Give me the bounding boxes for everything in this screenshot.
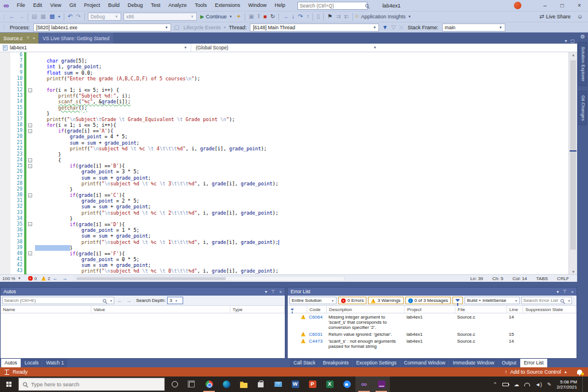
panel-tab-locals[interactable]: Locals [21, 359, 42, 367]
fold-margin[interactable] [26, 99, 34, 104]
quick-search[interactable] [297, 2, 368, 10]
float-window-icon[interactable]: ▢ [570, 38, 575, 44]
collapse-icon[interactable]: − [28, 251, 32, 255]
save-all-icon[interactable]: ▪ [56, 11, 62, 22]
tabs-indicator[interactable]: TABS [536, 276, 548, 281]
error-search-box[interactable]: ▼ [521, 297, 572, 304]
code-line[interactable]: 40− if(grade[i] =='F'){ [0, 251, 568, 257]
code-line[interactable]: 33 printf("\nsubject %d \t %c \t 2\t\t\t… [0, 210, 568, 216]
breakpoint-margin[interactable] [0, 169, 10, 174]
edge-button[interactable] [218, 377, 235, 392]
code-line[interactable]: 17 printf("\nSubject\tGrade \t Grade_Equ… [0, 117, 568, 122]
code-line[interactable]: 8 int i, grade_point; [0, 64, 568, 69]
pin-icon[interactable]: ⊤ [563, 289, 567, 294]
live-share-button[interactable]: ⇄ Live Share [537, 11, 570, 22]
suspend-icon[interactable]: ⤫ [397, 22, 405, 33]
fold-margin[interactable]: − [26, 122, 34, 128]
fold-margin[interactable] [26, 146, 34, 152]
code-line[interactable]: 35− if(grade[i] =='D'){ [0, 222, 568, 227]
editor-horizontal-scrollbar[interactable] [75, 276, 345, 281]
code-line[interactable]: 9 float sum = 0.0; [0, 70, 568, 76]
close-icon[interactable]: × [279, 289, 282, 294]
word-button[interactable]: W [287, 377, 304, 392]
menu-debug[interactable]: Debug [123, 0, 147, 11]
indent-icon[interactable]: ⇉ [334, 11, 342, 22]
code-line[interactable]: 31 grade_point = 2 * 5; [0, 198, 568, 204]
code-line[interactable]: 15 getchar(); [0, 105, 568, 111]
stop-icon[interactable]: ■ [262, 11, 269, 22]
taskbar-search-input[interactable] [31, 381, 134, 387]
hot-reload-icon[interactable]: ✦ [235, 11, 243, 22]
tray-expand-icon[interactable]: ⌃ [493, 382, 497, 387]
volume-icon[interactable]: ◄) [535, 382, 542, 387]
wifi-icon[interactable] [524, 383, 530, 386]
autos-title-bar[interactable]: Autos ▾ ⊤ × [1, 288, 285, 296]
error-row[interactable]: C6031Return value ignored: 'getchar'.lab… [288, 331, 577, 337]
search-depth-dropdown[interactable]: 3▼ [167, 297, 183, 304]
fold-margin[interactable] [26, 169, 34, 174]
breakpoint-margin[interactable] [0, 239, 10, 245]
breakpoint-margin[interactable] [0, 222, 10, 227]
code-line[interactable]: 34 } [0, 216, 568, 222]
continue-button[interactable]: ▶ Continue ▼ [198, 14, 235, 20]
step-out-icon[interactable]: ↑ [304, 11, 311, 22]
menu-project[interactable]: Project [80, 0, 104, 11]
error-column-description[interactable]: Description [327, 306, 405, 313]
fold-margin[interactable] [26, 245, 34, 251]
purple-app-button[interactable] [373, 377, 390, 392]
code-line[interactable]: 30− if(grade[i] =='C'){ [0, 192, 568, 198]
fold-margin[interactable] [26, 81, 34, 87]
solution-explorer-tab[interactable]: Solution Explorer [578, 42, 587, 86]
forward-icon[interactable]: → [125, 298, 133, 304]
scope-filter-dropdown[interactable]: Entire Solution▼ [289, 297, 336, 304]
error-code-link[interactable]: C6064 [307, 314, 327, 320]
eol-indicator[interactable]: CRLF [557, 276, 569, 281]
window-position-icon[interactable]: ▾ [556, 289, 559, 294]
restart-icon[interactable]: ↻ [269, 11, 277, 22]
error-code-link[interactable]: C4473 [307, 338, 327, 344]
navigate-forward-icon[interactable]: → [17, 11, 26, 22]
code-line[interactable]: 42 sum = sum + grade_point; [0, 262, 568, 268]
menu-git[interactable]: Git [65, 0, 80, 11]
clear-filters-button[interactable] [452, 297, 463, 304]
fold-margin[interactable] [26, 175, 34, 181]
breakpoint-margin[interactable] [0, 227, 10, 233]
error-column-file[interactable]: File [455, 306, 507, 313]
back-icon[interactable]: ← [116, 298, 123, 304]
close-tab-icon[interactable]: × [33, 36, 36, 41]
code-line[interactable]: 20 grade_point = 4 * 5; [0, 134, 568, 139]
step-into-icon[interactable]: ↓ [290, 11, 296, 22]
autos-search-input[interactable] [4, 298, 103, 303]
fold-margin[interactable]: − [26, 87, 34, 93]
error-search-input[interactable] [523, 298, 560, 303]
error-column-line[interactable]: Line [507, 306, 523, 313]
error-list-title-bar[interactable]: Error List ▾ ⊤ × [288, 288, 577, 296]
code-line[interactable]: 22 printf("\nsubject %d \t %c \t 4\t\t\t… [0, 146, 568, 152]
fold-margin[interactable] [26, 262, 34, 268]
breakpoint-margin[interactable] [0, 122, 10, 128]
onedrive-cloud-icon[interactable]: ☁ [514, 382, 519, 387]
breakpoint-margin[interactable] [0, 175, 10, 181]
zoom-dropdown-icon[interactable]: ▼ [18, 277, 24, 280]
scroll-down-icon[interactable]: ▼ [569, 270, 577, 274]
fold-margin[interactable] [26, 152, 34, 157]
solution-config-dropdown[interactable]: Debug▼ [88, 13, 121, 21]
code-line[interactable]: 28 printf("\nsubject %d \t %c \t 3\t\t\t… [0, 181, 568, 187]
panel-tab-error-list[interactable]: Error List [520, 359, 547, 367]
autos-search-box[interactable]: ▼ [2, 297, 114, 304]
collapse-icon[interactable]: − [28, 158, 32, 162]
code-line[interactable]: 38 printf("\nsubject %d \t %c \t 1\t\t\t… [0, 239, 568, 245]
visual-studio-button[interactable]: ∞ [355, 377, 373, 392]
new-project-icon[interactable]: ▤ [30, 11, 38, 22]
scrollbar-thumb[interactable] [570, 60, 576, 250]
breakpoint-margin[interactable] [0, 233, 10, 239]
breakpoint-margin[interactable] [0, 210, 10, 216]
panel-tab-breakpoints[interactable]: Breakpoints [319, 359, 352, 367]
start-button[interactable] [0, 377, 17, 392]
task-view-button[interactable] [183, 377, 200, 392]
code-line[interactable]: 21 sum = sum + grade_point; [0, 140, 568, 146]
zoom-app-button[interactable] [338, 377, 355, 392]
code-line[interactable]: 32 sum = sum + grade_point; [0, 204, 568, 209]
comment-icon[interactable]: ▯ [315, 11, 322, 22]
close-icon[interactable]: × [571, 289, 574, 294]
